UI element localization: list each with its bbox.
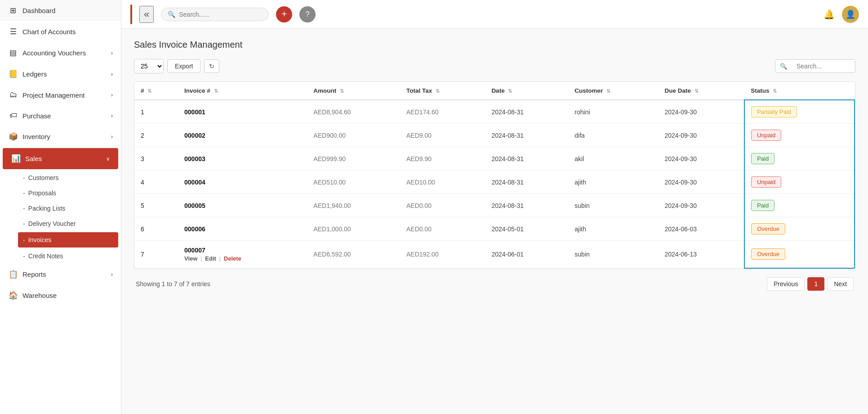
cell-due-date: 2024-09-30 <box>658 194 744 217</box>
cell-num: 5 <box>134 194 178 217</box>
chevron-right-icon: › <box>111 271 113 278</box>
status-badge: Overdue <box>751 223 785 234</box>
col-status: Status ⇅ <box>744 82 855 100</box>
delete-link[interactable]: Delete <box>224 255 241 262</box>
cell-due-date: 2024-09-30 <box>658 124 744 147</box>
cell-total-tax: AED0.00 <box>400 217 485 241</box>
back-button[interactable]: « <box>139 6 154 23</box>
sidebar-item-reports[interactable]: 📋 Reports › <box>0 264 121 285</box>
sidebar-item-packing-lists[interactable]: • Packing Lists <box>18 201 121 216</box>
topbar-search-input[interactable] <box>179 11 251 18</box>
sidebar-item-accounting-vouchers[interactable]: ▤ Accounting Vouchers › <box>0 42 121 63</box>
row-actions: View | Edit | Delete <box>184 255 301 262</box>
sidebar-item-label: Warehouse <box>22 292 57 299</box>
col-date: Date ⇅ <box>485 82 568 100</box>
status-badge: Partially Paid <box>751 106 797 117</box>
cell-customer: subin <box>568 194 658 217</box>
sidebar: ⊞ Dashboard ☰ Chart of Accounts ▤ Accoun… <box>0 0 121 414</box>
cell-customer: rohini <box>568 100 658 124</box>
status-badge: Unpaid <box>751 130 781 141</box>
cell-num: 4 <box>134 171 178 194</box>
sidebar-item-dashboard[interactable]: ⊞ Dashboard <box>0 0 121 21</box>
notification-icon[interactable]: 🔔 <box>823 9 835 20</box>
sidebar-item-inventory[interactable]: 📦 Inventory › <box>0 126 121 147</box>
sidebar-item-proposals[interactable]: • Proposals <box>18 185 121 201</box>
cell-num: 2 <box>134 124 178 147</box>
sidebar-item-delivery-voucher[interactable]: • Delivery Voucher <box>18 216 121 231</box>
cell-date: 2024-08-31 <box>485 194 568 217</box>
refresh-button[interactable]: ↻ <box>204 59 219 73</box>
help-button[interactable]: ? <box>299 6 316 22</box>
table-row: 1 000001 AED8,904.60 AED174.60 2024-08-3… <box>134 100 855 124</box>
edit-link[interactable]: Edit <box>205 255 216 262</box>
bullet-icon: • <box>23 207 25 211</box>
toolbar: 25 50 100 Export ↻ 🔍 <box>134 59 855 73</box>
sidebar-sub-label: Invoices <box>28 236 51 243</box>
cell-amount: AED1,000.00 <box>307 217 400 241</box>
table-row: 6 000006 AED1,000.00 AED0.00 2024-05-01 … <box>134 217 855 241</box>
sidebar-item-project-management[interactable]: 🗂 Project Management › <box>0 85 121 105</box>
cell-due-date: 2024-09-30 <box>658 171 744 194</box>
sidebar-item-sales[interactable]: 📊 Sales ∨ <box>3 148 118 169</box>
per-page-select[interactable]: 25 50 100 <box>134 59 164 73</box>
bullet-icon: • <box>23 254 25 258</box>
cell-total-tax: AED9.90 <box>400 147 485 171</box>
export-button[interactable]: Export <box>167 59 200 73</box>
page-body: Sales Invoice Management 25 50 100 Expor… <box>121 29 868 414</box>
left-border <box>130 4 132 24</box>
table-search-input[interactable] <box>792 60 855 72</box>
page-1-button[interactable]: 1 <box>807 277 824 291</box>
previous-button[interactable]: Previous <box>767 277 805 291</box>
table-row: 3 000003 AED999.90 AED9.90 2024-08-31 ak… <box>134 147 855 171</box>
avatar[interactable]: 👤 <box>842 6 859 23</box>
sidebar-item-purchase[interactable]: 🏷 Purchase › <box>0 105 121 126</box>
col-amount: Amount ⇅ <box>307 82 400 100</box>
sidebar-item-ledgers[interactable]: 📒 Ledgers › <box>0 63 121 85</box>
status-badge: Paid <box>751 153 775 164</box>
sidebar-item-label: Sales <box>25 155 42 162</box>
main-content: « 🔍 + ? 🔔 👤 Sales Invoice Management 25 … <box>121 0 868 414</box>
sidebar-item-warehouse[interactable]: 🏠 Warehouse <box>0 285 121 306</box>
sidebar-item-customers[interactable]: • Customers <box>18 170 121 185</box>
sidebar-item-invoices[interactable]: • Invoices <box>18 232 118 248</box>
chevron-right-icon: › <box>111 50 113 56</box>
page-title: Sales Invoice Management <box>134 40 855 50</box>
table-row: 4 000004 AED510.00 AED10.00 2024-08-31 a… <box>134 171 855 194</box>
cell-date: 2024-06-01 <box>485 241 568 268</box>
sidebar-item-label: Project Management <box>22 91 85 99</box>
sidebar-sub-label: Proposals <box>28 189 56 197</box>
sidebar-item-credit-notes[interactable]: • Credit Notes <box>18 248 121 264</box>
table-search-icon[interactable]: 🔍 <box>775 60 792 72</box>
cell-status: Overdue <box>744 217 855 241</box>
col-customer: Customer ⇅ <box>568 82 658 100</box>
cell-amount: AED900.00 <box>307 124 400 147</box>
sort-icon: ⇅ <box>436 88 440 94</box>
cell-num: 6 <box>134 217 178 241</box>
add-button[interactable]: + <box>276 6 292 22</box>
table-row: 2 000002 AED900.00 AED9.00 2024-08-31 di… <box>134 124 855 147</box>
sidebar-item-label: Chart of Accounts <box>22 28 76 36</box>
view-link[interactable]: View <box>184 255 197 262</box>
cell-due-date: 2024-09-30 <box>658 147 744 171</box>
separator: | <box>219 255 221 262</box>
next-button[interactable]: Next <box>827 277 854 291</box>
chevron-right-icon: › <box>111 112 113 119</box>
sort-icon: ⇅ <box>340 88 344 94</box>
topbar-search[interactable]: 🔍 <box>161 8 269 21</box>
sidebar-sub-label: Delivery Voucher <box>28 220 76 227</box>
cell-total-tax: AED10.00 <box>400 171 485 194</box>
sort-icon: ⇅ <box>214 88 218 94</box>
col-invoice: Invoice # ⇅ <box>178 82 307 100</box>
cell-total-tax: AED9.00 <box>400 124 485 147</box>
cell-amount: AED1,940.00 <box>307 194 400 217</box>
cell-invoice: 000006 <box>178 217 307 241</box>
col-due-date: Due Date ⇅ <box>658 82 744 100</box>
cell-customer: difa <box>568 124 658 147</box>
topbar: « 🔍 + ? 🔔 👤 <box>121 0 868 29</box>
table-row: 7 000007 View | Edit | Delete AED6,592.0… <box>134 241 855 268</box>
cell-date: 2024-08-31 <box>485 147 568 171</box>
warehouse-icon: 🏠 <box>8 291 18 300</box>
sidebar-item-chart-of-accounts[interactable]: ☰ Chart of Accounts <box>0 21 121 42</box>
sidebar-item-label: Inventory <box>22 133 50 140</box>
topbar-right: 🔔 👤 <box>823 6 859 23</box>
